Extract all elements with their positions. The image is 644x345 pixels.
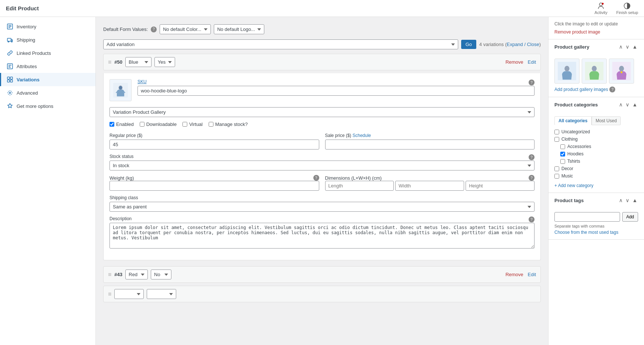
sidebar-item-attributes[interactable]: Attributes: [0, 60, 95, 73]
product-gallery-header[interactable]: Product gallery ∧ ∨ ▲: [549, 39, 644, 54]
cat-tshirts-label[interactable]: Tshirts: [567, 159, 580, 164]
variation-50-color-select[interactable]: Blue Red Green: [125, 57, 152, 67]
logo-default-select[interactable]: No default Logo...: [214, 24, 264, 34]
tags-input[interactable]: [554, 212, 620, 222]
sidebar-item-advanced[interactable]: Advanced: [0, 86, 95, 99]
sku-label[interactable]: SKU: [137, 79, 147, 84]
variation-43-edit-link[interactable]: Edit: [528, 272, 536, 277]
schedule-link[interactable]: Schedule: [352, 133, 371, 138]
sidebar-item-linked-products[interactable]: Linked Products: [0, 46, 95, 60]
sidebar-item-inventory[interactable]: Inventory: [0, 20, 95, 33]
enabled-checkbox[interactable]: [109, 122, 114, 127]
variations-count: 4 variations (Expand / Close): [479, 42, 541, 47]
tags-most-used-link[interactable]: Choose from the most used tags: [554, 230, 638, 235]
variation-43-yes-no-select[interactable]: No Yes: [151, 270, 171, 279]
cat-decor-label[interactable]: Decor: [561, 166, 573, 171]
cat-uncategorized-label[interactable]: Uncategorized: [561, 129, 590, 134]
weight-help-icon[interactable]: ?: [313, 175, 319, 181]
variation-43-remove-link[interactable]: Remove: [505, 272, 523, 277]
weight-label: Weight (kg): [109, 175, 134, 181]
product-categories-header[interactable]: Product categories ∧ ∨ ▲: [549, 97, 644, 112]
sidebar-item-label: Inventory: [17, 24, 36, 29]
cat-uncategorized-checkbox[interactable]: [554, 130, 559, 134]
cat-accessories-label[interactable]: Accessories: [567, 144, 591, 149]
description-textarea[interactable]: Lorem ipsum dolor sit amet, consectetur …: [109, 223, 535, 249]
product-tags-header[interactable]: Product tags ∧ ∨ ▲: [549, 193, 644, 208]
downloadable-checkbox-label[interactable]: Downloadable: [140, 122, 177, 127]
downloadable-checkbox[interactable]: [140, 122, 145, 127]
manage-stock-checkbox-label[interactable]: Manage stock?: [209, 122, 248, 127]
variation-50-image[interactable]: [109, 79, 132, 101]
width-input[interactable]: [395, 181, 464, 191]
go-button[interactable]: Go: [461, 40, 476, 49]
tags-add-button[interactable]: Add: [622, 212, 638, 222]
drag-handle-43[interactable]: ≡: [108, 271, 111, 278]
sidebar-item-variations[interactable]: Variations: [0, 73, 95, 86]
sidebar-item-get-more-options[interactable]: Get more options: [0, 99, 95, 113]
cat-clothing-label[interactable]: Clothing: [561, 137, 578, 142]
variation-50-remove-link[interactable]: Remove: [505, 59, 523, 65]
drag-handle-50[interactable]: ≡: [108, 59, 111, 66]
cat-item-accessories: Accessories: [554, 143, 638, 150]
gallery-help-icon[interactable]: ?: [609, 87, 615, 92]
cat-clothing-checkbox[interactable]: [554, 137, 559, 142]
stock-status-help-icon[interactable]: ?: [529, 154, 535, 160]
add-variation-select[interactable]: Add variation: [103, 39, 458, 49]
length-input[interactable]: [325, 181, 394, 191]
tags-toggle-btn[interactable]: ▲: [631, 197, 638, 203]
remove-product-image-link[interactable]: Remove product image: [554, 29, 638, 35]
all-categories-tab[interactable]: All categories: [554, 116, 592, 125]
most-used-tab[interactable]: Most Used: [592, 116, 621, 125]
variation-extra-select2[interactable]: [147, 289, 176, 299]
tags-down-btn[interactable]: ∨: [625, 197, 630, 203]
color-default-select[interactable]: No default Color...: [160, 24, 211, 34]
cat-accessories-checkbox[interactable]: [560, 144, 565, 149]
activity-button[interactable]: Activity: [595, 2, 608, 15]
variation-50-edit-link[interactable]: Edit: [528, 59, 536, 65]
sidebar-item-shipping[interactable]: Shipping: [0, 33, 95, 46]
categories-up-btn[interactable]: ∧: [618, 102, 623, 108]
virtual-checkbox-label[interactable]: Virtual: [182, 122, 203, 127]
stock-status-select[interactable]: In stock Out of stock On backorder: [109, 161, 535, 170]
categories-toggle-btn[interactable]: ▲: [631, 102, 638, 108]
sku-input[interactable]: [137, 86, 535, 96]
variation-gallery-select[interactable]: Variation Product Gallery: [109, 107, 535, 117]
gallery-thumb-3[interactable]: [609, 59, 634, 84]
variation-50-yes-no-select[interactable]: Yes No: [154, 57, 175, 67]
categories-down-btn[interactable]: ∨: [625, 102, 630, 108]
finish-setup-button[interactable]: Finish setup: [616, 2, 638, 15]
drag-handle-extra[interactable]: ≡: [108, 291, 111, 298]
gallery-thumb-1[interactable]: [554, 59, 579, 84]
gallery-collapse-up-btn[interactable]: ∧: [618, 44, 623, 50]
sale-price-input[interactable]: [325, 140, 535, 149]
enabled-checkbox-label[interactable]: Enabled: [109, 122, 134, 127]
cat-music-checkbox[interactable]: [554, 174, 559, 179]
manage-stock-checkbox[interactable]: [209, 122, 213, 127]
tags-up-btn[interactable]: ∧: [618, 197, 623, 203]
expand-close-link[interactable]: Expand / Close: [507, 42, 539, 47]
add-new-category-link[interactable]: + Add new category: [554, 183, 593, 188]
weight-input[interactable]: [109, 181, 319, 191]
sidebar-item-label: Attributes: [17, 64, 37, 69]
shipping-class-select[interactable]: Same as parent Flat rate: [109, 202, 535, 212]
cat-decor-checkbox[interactable]: [554, 166, 559, 171]
height-input[interactable]: [466, 181, 535, 191]
sku-help-icon[interactable]: ?: [529, 80, 535, 85]
cat-hoodies-label[interactable]: Hoodies: [567, 151, 584, 156]
add-gallery-images-link[interactable]: Add product gallery images ?: [554, 87, 638, 92]
cat-tshirts-checkbox[interactable]: [560, 159, 565, 164]
regular-price-input[interactable]: [109, 140, 319, 149]
dimensions-help-icon[interactable]: ?: [529, 175, 535, 181]
variation-43-color-select[interactable]: Red Blue: [125, 270, 148, 279]
svg-point-1: [602, 3, 604, 4]
cat-hoodies-checkbox[interactable]: [560, 152, 565, 156]
cat-music-label[interactable]: Music: [561, 173, 573, 179]
sale-price-field: Sale price ($) Schedule: [325, 133, 535, 149]
virtual-checkbox[interactable]: [182, 122, 187, 127]
gallery-collapse-down-btn[interactable]: ∨: [625, 44, 630, 50]
default-form-values-help-icon[interactable]: ?: [151, 27, 157, 32]
variation-extra-select1[interactable]: [114, 289, 144, 299]
description-help-icon[interactable]: ?: [529, 216, 535, 222]
gallery-toggle-btn[interactable]: ▲: [631, 44, 638, 50]
gallery-thumb-2[interactable]: [582, 59, 607, 84]
